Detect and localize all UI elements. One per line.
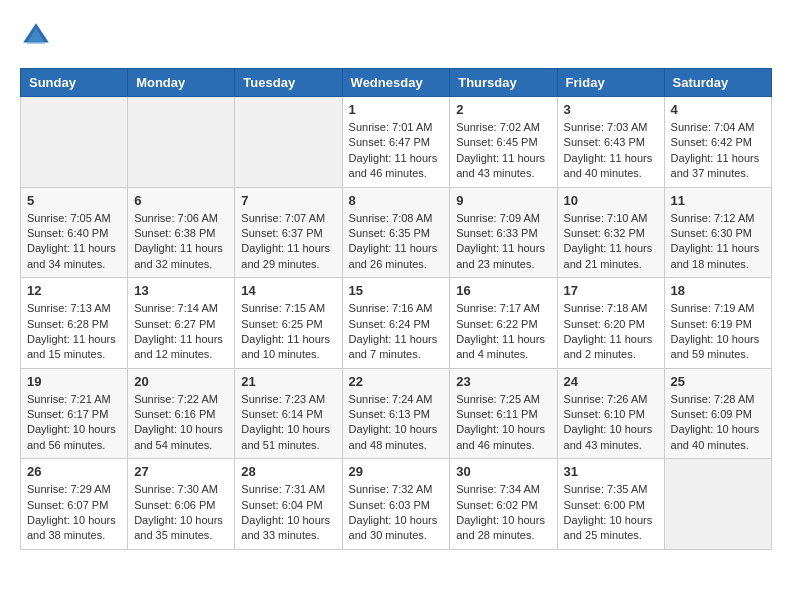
calendar-cell: 4Sunrise: 7:04 AM Sunset: 6:42 PM Daylig… <box>664 97 771 188</box>
page-header <box>20 20 772 52</box>
calendar-cell: 1Sunrise: 7:01 AM Sunset: 6:47 PM Daylig… <box>342 97 450 188</box>
calendar-day-header: Saturday <box>664 69 771 97</box>
day-number: 18 <box>671 283 765 298</box>
calendar-cell: 16Sunrise: 7:17 AM Sunset: 6:22 PM Dayli… <box>450 278 557 369</box>
day-info: Sunrise: 7:22 AM Sunset: 6:16 PM Dayligh… <box>134 392 228 454</box>
day-info: Sunrise: 7:10 AM Sunset: 6:32 PM Dayligh… <box>564 211 658 273</box>
day-info: Sunrise: 7:29 AM Sunset: 6:07 PM Dayligh… <box>27 482 121 544</box>
day-info: Sunrise: 7:02 AM Sunset: 6:45 PM Dayligh… <box>456 120 550 182</box>
day-number: 20 <box>134 374 228 389</box>
day-number: 21 <box>241 374 335 389</box>
calendar-cell: 2Sunrise: 7:02 AM Sunset: 6:45 PM Daylig… <box>450 97 557 188</box>
day-number: 6 <box>134 193 228 208</box>
calendar-cell <box>664 459 771 550</box>
day-info: Sunrise: 7:23 AM Sunset: 6:14 PM Dayligh… <box>241 392 335 454</box>
day-info: Sunrise: 7:16 AM Sunset: 6:24 PM Dayligh… <box>349 301 444 363</box>
day-info: Sunrise: 7:01 AM Sunset: 6:47 PM Dayligh… <box>349 120 444 182</box>
calendar-cell: 14Sunrise: 7:15 AM Sunset: 6:25 PM Dayli… <box>235 278 342 369</box>
day-number: 24 <box>564 374 658 389</box>
calendar-cell: 9Sunrise: 7:09 AM Sunset: 6:33 PM Daylig… <box>450 187 557 278</box>
calendar-cell: 30Sunrise: 7:34 AM Sunset: 6:02 PM Dayli… <box>450 459 557 550</box>
day-info: Sunrise: 7:09 AM Sunset: 6:33 PM Dayligh… <box>456 211 550 273</box>
calendar-day-header: Friday <box>557 69 664 97</box>
logo-icon <box>20 20 52 52</box>
day-info: Sunrise: 7:15 AM Sunset: 6:25 PM Dayligh… <box>241 301 335 363</box>
day-number: 29 <box>349 464 444 479</box>
day-number: 26 <box>27 464 121 479</box>
day-number: 17 <box>564 283 658 298</box>
calendar-cell: 8Sunrise: 7:08 AM Sunset: 6:35 PM Daylig… <box>342 187 450 278</box>
day-info: Sunrise: 7:12 AM Sunset: 6:30 PM Dayligh… <box>671 211 765 273</box>
day-number: 27 <box>134 464 228 479</box>
day-number: 30 <box>456 464 550 479</box>
calendar-cell: 26Sunrise: 7:29 AM Sunset: 6:07 PM Dayli… <box>21 459 128 550</box>
day-info: Sunrise: 7:05 AM Sunset: 6:40 PM Dayligh… <box>27 211 121 273</box>
day-info: Sunrise: 7:18 AM Sunset: 6:20 PM Dayligh… <box>564 301 658 363</box>
calendar-day-header: Wednesday <box>342 69 450 97</box>
calendar-cell <box>128 97 235 188</box>
day-info: Sunrise: 7:14 AM Sunset: 6:27 PM Dayligh… <box>134 301 228 363</box>
day-number: 5 <box>27 193 121 208</box>
calendar-cell: 31Sunrise: 7:35 AM Sunset: 6:00 PM Dayli… <box>557 459 664 550</box>
day-info: Sunrise: 7:07 AM Sunset: 6:37 PM Dayligh… <box>241 211 335 273</box>
day-info: Sunrise: 7:25 AM Sunset: 6:11 PM Dayligh… <box>456 392 550 454</box>
calendar-day-header: Thursday <box>450 69 557 97</box>
calendar-header-row: SundayMondayTuesdayWednesdayThursdayFrid… <box>21 69 772 97</box>
logo <box>20 20 58 52</box>
day-number: 14 <box>241 283 335 298</box>
day-number: 10 <box>564 193 658 208</box>
day-number: 13 <box>134 283 228 298</box>
day-info: Sunrise: 7:28 AM Sunset: 6:09 PM Dayligh… <box>671 392 765 454</box>
day-info: Sunrise: 7:13 AM Sunset: 6:28 PM Dayligh… <box>27 301 121 363</box>
calendar-cell: 21Sunrise: 7:23 AM Sunset: 6:14 PM Dayli… <box>235 368 342 459</box>
calendar-cell: 15Sunrise: 7:16 AM Sunset: 6:24 PM Dayli… <box>342 278 450 369</box>
day-info: Sunrise: 7:31 AM Sunset: 6:04 PM Dayligh… <box>241 482 335 544</box>
day-number: 4 <box>671 102 765 117</box>
calendar-week-row: 5Sunrise: 7:05 AM Sunset: 6:40 PM Daylig… <box>21 187 772 278</box>
calendar-week-row: 19Sunrise: 7:21 AM Sunset: 6:17 PM Dayli… <box>21 368 772 459</box>
calendar-cell: 23Sunrise: 7:25 AM Sunset: 6:11 PM Dayli… <box>450 368 557 459</box>
calendar-cell: 24Sunrise: 7:26 AM Sunset: 6:10 PM Dayli… <box>557 368 664 459</box>
day-info: Sunrise: 7:30 AM Sunset: 6:06 PM Dayligh… <box>134 482 228 544</box>
day-number: 16 <box>456 283 550 298</box>
calendar-cell: 6Sunrise: 7:06 AM Sunset: 6:38 PM Daylig… <box>128 187 235 278</box>
day-number: 25 <box>671 374 765 389</box>
day-info: Sunrise: 7:06 AM Sunset: 6:38 PM Dayligh… <box>134 211 228 273</box>
calendar-cell: 22Sunrise: 7:24 AM Sunset: 6:13 PM Dayli… <box>342 368 450 459</box>
day-info: Sunrise: 7:32 AM Sunset: 6:03 PM Dayligh… <box>349 482 444 544</box>
calendar-cell: 18Sunrise: 7:19 AM Sunset: 6:19 PM Dayli… <box>664 278 771 369</box>
day-info: Sunrise: 7:24 AM Sunset: 6:13 PM Dayligh… <box>349 392 444 454</box>
day-info: Sunrise: 7:21 AM Sunset: 6:17 PM Dayligh… <box>27 392 121 454</box>
calendar-cell <box>21 97 128 188</box>
day-number: 28 <box>241 464 335 479</box>
calendar-cell: 20Sunrise: 7:22 AM Sunset: 6:16 PM Dayli… <box>128 368 235 459</box>
calendar-week-row: 1Sunrise: 7:01 AM Sunset: 6:47 PM Daylig… <box>21 97 772 188</box>
day-number: 22 <box>349 374 444 389</box>
calendar-cell: 25Sunrise: 7:28 AM Sunset: 6:09 PM Dayli… <box>664 368 771 459</box>
day-number: 11 <box>671 193 765 208</box>
calendar-day-header: Sunday <box>21 69 128 97</box>
day-number: 15 <box>349 283 444 298</box>
calendar-cell: 7Sunrise: 7:07 AM Sunset: 6:37 PM Daylig… <box>235 187 342 278</box>
day-number: 8 <box>349 193 444 208</box>
calendar-day-header: Monday <box>128 69 235 97</box>
calendar-week-row: 26Sunrise: 7:29 AM Sunset: 6:07 PM Dayli… <box>21 459 772 550</box>
day-number: 1 <box>349 102 444 117</box>
calendar-cell: 3Sunrise: 7:03 AM Sunset: 6:43 PM Daylig… <box>557 97 664 188</box>
day-info: Sunrise: 7:26 AM Sunset: 6:10 PM Dayligh… <box>564 392 658 454</box>
day-number: 19 <box>27 374 121 389</box>
calendar-cell: 11Sunrise: 7:12 AM Sunset: 6:30 PM Dayli… <box>664 187 771 278</box>
calendar-table: SundayMondayTuesdayWednesdayThursdayFrid… <box>20 68 772 550</box>
calendar-week-row: 12Sunrise: 7:13 AM Sunset: 6:28 PM Dayli… <box>21 278 772 369</box>
day-number: 3 <box>564 102 658 117</box>
day-info: Sunrise: 7:35 AM Sunset: 6:00 PM Dayligh… <box>564 482 658 544</box>
day-number: 9 <box>456 193 550 208</box>
calendar-cell: 17Sunrise: 7:18 AM Sunset: 6:20 PM Dayli… <box>557 278 664 369</box>
day-number: 31 <box>564 464 658 479</box>
calendar-cell: 10Sunrise: 7:10 AM Sunset: 6:32 PM Dayli… <box>557 187 664 278</box>
day-info: Sunrise: 7:08 AM Sunset: 6:35 PM Dayligh… <box>349 211 444 273</box>
day-number: 7 <box>241 193 335 208</box>
day-info: Sunrise: 7:04 AM Sunset: 6:42 PM Dayligh… <box>671 120 765 182</box>
day-number: 23 <box>456 374 550 389</box>
day-info: Sunrise: 7:34 AM Sunset: 6:02 PM Dayligh… <box>456 482 550 544</box>
